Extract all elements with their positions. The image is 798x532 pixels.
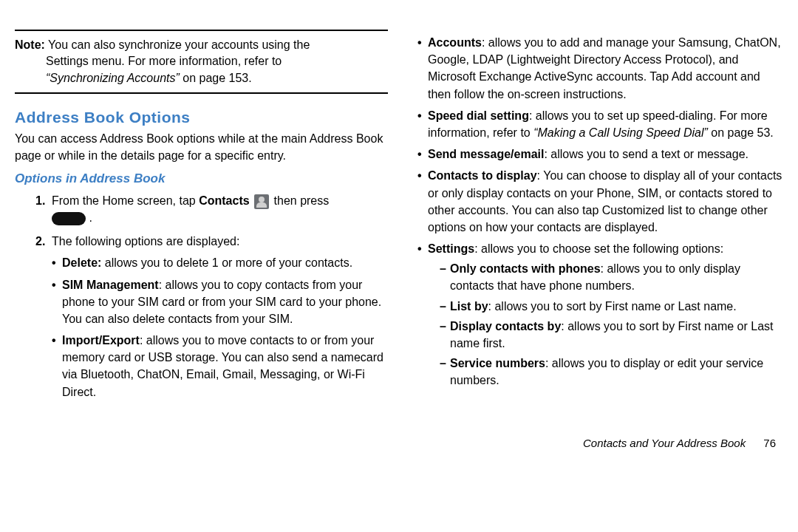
bullet-dot: • [417,146,428,163]
sub-service-numbers: – Service numbers: allows you to display… [440,355,783,389]
sub-title: Display contacts by [450,320,561,332]
bullet-dot: • [52,276,62,328]
sub-only-contacts-phones: – Only contacts with phones: allows you … [440,260,783,294]
step-number: 1. [35,192,52,228]
bullet-dot: • [417,240,428,392]
sub-title: Service numbers [450,357,545,369]
step1-pre: From the Home screen, tap [52,194,199,207]
sub-display-contacts-by: – Display contacts by: allows you to sor… [440,318,783,352]
note-ref: “Synchronizing Accounts” [46,72,180,84]
sub-title: List by [450,300,488,313]
bullet-contacts-display: • Contacts to display: You can choose to… [417,167,783,236]
right-column: • Accounts: allows you to add and manage… [410,0,783,449]
bullet-title: Contacts to display [428,169,537,182]
bullet-ref: “Making a Call Using Speed Dial” [533,126,708,139]
bullet-accounts: • Accounts: allows you to add and manage… [417,34,783,103]
bullet-send-message: • Send message/email: allows you to send… [417,146,783,163]
step1-post: then press [274,194,330,207]
bullet-title: Import/Export [62,334,140,347]
bullet-dot: • [417,107,428,141]
sub-text: : allows you to sort by First name or La… [488,300,737,313]
bullet-title: SIM Management [62,279,159,291]
left-column: Note: You can also synchronize your acco… [15,0,388,449]
bullet-text: : allows you to send a text or message. [544,148,748,160]
step2-text: The following options are displayed: [52,233,388,250]
dash: – [440,260,450,294]
note-box: Note: You can also synchronize your acco… [15,30,388,94]
bullet-title: Send message/email [428,148,544,160]
step1-period: . [89,211,92,224]
contacts-icon [254,194,269,209]
sub-title: Only contacts with phones [450,262,601,275]
note-line1: You can also synchronize your accounts u… [48,38,310,51]
bullet-dot: • [52,332,62,400]
bullet-text: allows you to delete 1 or more of your c… [101,256,352,269]
footer-section: Contacts and Your Address Book [583,437,746,449]
sub-list-by: – List by: allows you to sort by First n… [440,298,783,315]
document-page: Note: You can also synchronize your acco… [0,0,798,449]
bullet-dot: • [417,34,428,103]
dash: – [440,355,450,389]
menu-key-icon [52,212,86,225]
note-pageref: on page 153. [183,72,251,84]
bullet-dot: • [52,254,62,271]
dash: – [440,298,450,315]
step1-contacts: Contacts [199,194,249,207]
bullet-import-export: • Import/Export: allows you to move cont… [52,332,388,400]
bullet-settings: • Settings: allows you to choose set the… [417,240,783,392]
bullet-delete: • Delete: allows you to delete 1 or more… [52,254,388,271]
dash: – [440,318,450,352]
bullet-title: Settings [428,242,474,255]
page-footer: Contacts and Your Address Book 76 [410,437,783,449]
bullet-title: Speed dial setting [428,109,529,122]
note-line2: Settings menu. For more information, ref… [15,53,388,69]
bullet-speed-dial: • Speed dial setting: allows you to set … [417,107,783,141]
step-1: 1. From the Home screen, tap Contacts th… [35,192,388,228]
intro-text: You can access Address Book options whil… [15,131,388,164]
note-label: Note: [15,38,45,51]
bullet-tail: on page 53. [708,126,774,139]
bullet-sim-management: • SIM Management: allows you to copy con… [52,276,388,328]
heading-address-book-options: Address Book Options [15,109,388,126]
bullet-title: Accounts [428,36,482,49]
heading-options-in-address-book: Options in Address Book [15,171,388,186]
step-2: 2. The following options are displayed: [35,233,388,250]
step-number: 2. [35,233,52,250]
bullet-text: : allows you to choose set the following… [474,242,723,255]
page-number: 76 [763,437,776,449]
step-body: From the Home screen, tap Contacts then … [52,192,388,228]
bullet-dot: • [417,167,428,236]
bullet-title: Delete: [62,256,101,269]
